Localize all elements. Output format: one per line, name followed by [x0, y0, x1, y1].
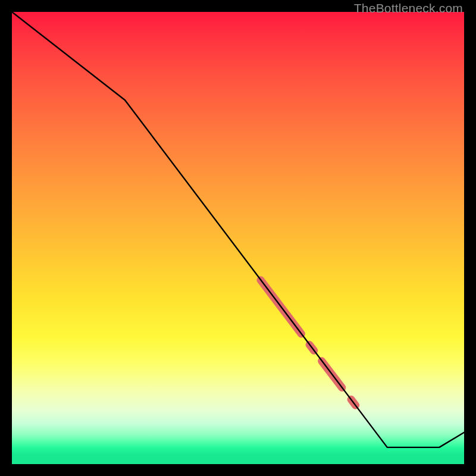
- bottleneck-curve-line: [12, 12, 464, 447]
- chart-overlay: [12, 12, 464, 464]
